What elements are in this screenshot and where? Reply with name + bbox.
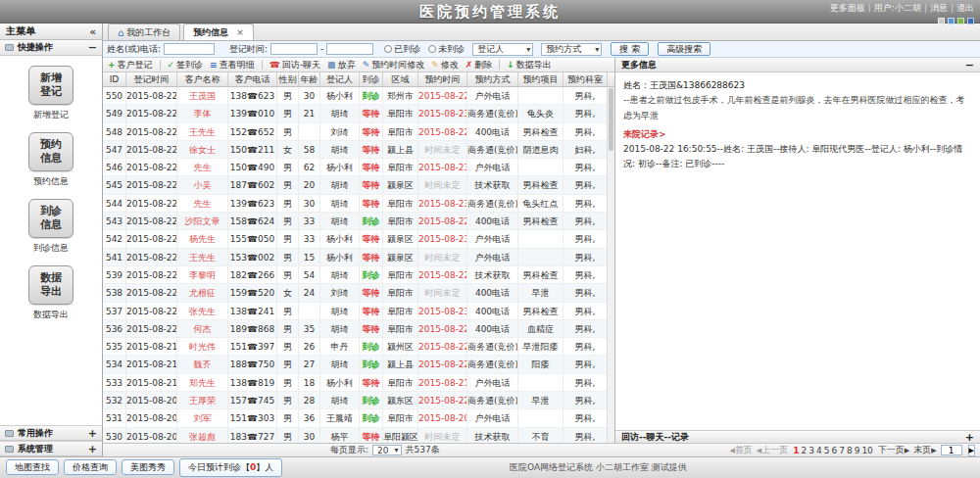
header-link-1[interactable]: 用户:小二胡	[874, 3, 921, 13]
table-row[interactable]: 5332015-08-21郑先生138☎819男18杨小利等待阜阳市2015-0…	[103, 374, 608, 392]
advanced-search-button[interactable]: 高级搜索	[658, 42, 710, 56]
header-link-2[interactable]: 消息	[930, 3, 948, 13]
toolbar-button-放弃[interactable]: ■放弃	[327, 59, 356, 72]
tab-1[interactable]: 预约信息×	[183, 24, 254, 40]
expand-plus-icon[interactable]: +	[88, 443, 97, 455]
quick-button-到诊信息[interactable]: 到诊信息	[28, 199, 74, 238]
tab-close-icon[interactable]: ×	[236, 25, 244, 40]
header-link-3[interactable]: 退出	[956, 3, 974, 13]
page-number-button-4[interactable]: 4	[815, 446, 823, 455]
table-row[interactable]: 5462015-08-22先生150☎490男62杨小利等待阜阳市2015-08…	[103, 159, 608, 176]
footer-button-美图秀秀[interactable]: 美图秀秀	[122, 459, 174, 475]
first-page-button[interactable]: ◀首页	[729, 444, 752, 456]
page-jump-input[interactable]	[941, 445, 962, 455]
column-header-到诊[interactable]: 到诊	[360, 72, 383, 86]
toolbar-button-删除[interactable]: ✗删除	[466, 59, 493, 72]
last-page-button[interactable]: 末页▶	[913, 444, 936, 456]
sidebar-section-常用操作[interactable]: 常用操作+	[0, 425, 102, 441]
theme-color-swatch-0[interactable]	[938, 18, 945, 24]
quick-button-数据导出[interactable]: 数据导出	[28, 265, 74, 305]
quick-button-预约信息[interactable]: 预约信息	[28, 132, 74, 171]
column-header-预约项目[interactable]: 预约项目	[518, 72, 564, 86]
footer-button-价格查询[interactable]: 价格查询	[64, 459, 117, 475]
column-header-预约时间[interactable]: 预约时间	[418, 72, 467, 86]
per-page-select[interactable]: 20 ▾	[372, 445, 401, 455]
table-row[interactable]: 5352015-08-21时光伟151☎397男26申丹到诊颍州区2015-08…	[103, 338, 608, 356]
page-number-button-10[interactable]: 10	[860, 446, 873, 455]
toolbar-button-客户登记[interactable]: +客户登记	[108, 59, 153, 72]
page-number-button-1[interactable]: 1	[792, 446, 800, 455]
table-row[interactable]: 5452015-08-22小吴187☎602男20胡琦等待颍泉区时间未定技术获取…	[103, 176, 608, 194]
header-link-0[interactable]: 更多面板	[830, 3, 865, 13]
method-select[interactable]: 预约方式 ▾	[541, 43, 602, 56]
column-header-登记人[interactable]: 登记人	[320, 72, 360, 86]
page-number-button-3[interactable]: 3	[808, 446, 815, 455]
cell-dept: 男科,	[564, 230, 608, 247]
table-row[interactable]: 5302015-08-20张超彪183☎727男30杨平等待阜阳颍区时间未定技术…	[103, 428, 608, 443]
theme-color-swatch-3[interactable]	[967, 18, 974, 24]
sidebar-section-quick-actions[interactable]: 快捷操作 −	[0, 40, 102, 56]
table-row[interactable]: 5342015-08-21魏齐188☎750男27胡琦到诊颍上县2015-08-…	[103, 356, 608, 373]
table-row[interactable]: 5442015-08-22先生139☎623男30胡琦等待阜阳市2015-08-…	[103, 195, 608, 213]
page-number-button-7[interactable]: 7	[838, 446, 846, 455]
sidebar-collapse-icon[interactable]: «	[90, 26, 96, 37]
quick-button-新增登记[interactable]: 新增登记	[28, 66, 74, 105]
toolbar-button-修改[interactable]: ✎修改	[431, 59, 459, 72]
table-row[interactable]: 5472015-08-22徐女士150☎211女58胡琦等待颍上县时间未定商务通…	[103, 141, 608, 159]
toolbar-label: 修改	[441, 59, 459, 72]
tab-0[interactable]: ⌂我的工作台	[108, 24, 180, 40]
next-page-button[interactable]: 下一页▶	[878, 444, 909, 456]
column-header-登记时间[interactable]: 登记时间	[126, 72, 177, 86]
callback-chat-record-bar[interactable]: 回访--聊天--记录 +	[615, 430, 980, 443]
table-row[interactable]: 5422015-08-22杨先生155☎050男33杨小利等待颍泉区2015-0…	[103, 230, 608, 248]
toolbar-button-预约时间修改[interactable]: ✎预约时间修改	[363, 59, 425, 72]
collapse-minus-icon[interactable]: −	[965, 59, 974, 72]
not-arrived-radio[interactable]	[428, 45, 436, 53]
name-filter-input[interactable]	[164, 43, 215, 55]
column-header-ID[interactable]: ID	[103, 72, 126, 86]
arrived-radio[interactable]	[384, 45, 392, 53]
toolbar-button-签到诊[interactable]: ✓签到诊	[168, 59, 204, 72]
sidebar: 主菜单 « 快捷操作 − 新增登记新增登记预约信息预约信息到诊信息到诊信息数据导…	[0, 24, 103, 456]
table-row[interactable]: 5502015-08-22王茂国138☎623男30杨小利到诊郑州市2015-0…	[103, 87, 608, 105]
toolbar-button-回访-聊天[interactable]: ☎回访-聊天	[270, 59, 320, 72]
column-header-客户名称[interactable]: 客户名称	[177, 72, 228, 86]
prev-page-button[interactable]: ◀上一页	[757, 444, 788, 456]
sidebar-section-系统管理[interactable]: 系统管理+	[0, 441, 102, 456]
scrollbar-thumb[interactable]	[609, 88, 613, 151]
date-to-input[interactable]	[326, 43, 373, 55]
theme-color-swatch-2[interactable]	[957, 18, 964, 24]
table-row[interactable]: 5372015-08-22张先生138☎241男胡琦等待阜阳市2015-08-2…	[103, 303, 608, 320]
page-jump-go-button[interactable]: ▶	[968, 445, 975, 456]
table-row[interactable]: 5322015-08-20王厚荣157☎745男28胡琦到诊颍东区2015-08…	[103, 392, 608, 409]
table-row[interactable]: 5392015-08-22李黎明182☎266男54胡琦到诊阜阳市2015-08…	[103, 266, 608, 284]
collapse-minus-icon[interactable]: −	[88, 41, 97, 54]
table-row[interactable]: 5432015-08-22沙阳文章158☎624男33胡琦到诊阜阳市2015-0…	[103, 213, 608, 230]
table-row[interactable]: 5382015-08-22尤根征159☎520女24刘琦等待阜阳市时间未定400…	[103, 284, 608, 302]
column-header-客户电话[interactable]: 客户电话	[228, 72, 277, 86]
vertical-scrollbar[interactable]	[607, 87, 614, 443]
theme-color-swatch-1[interactable]	[948, 18, 955, 24]
page-number-button-6[interactable]: 6	[830, 446, 838, 455]
toolbar-button-查看明细[interactable]: ≡查看明细	[210, 59, 255, 72]
footer-button-地图查找[interactable]: 地图查找	[6, 459, 59, 475]
expand-plus-icon[interactable]: +	[88, 427, 97, 440]
date-from-input[interactable]	[270, 43, 318, 55]
table-row[interactable]: 5362015-08-22何杰189☎868男35胡琦等待阜阳市2015-08-…	[103, 320, 608, 338]
today-arrivals-button[interactable]: 今日预计到诊【0】人	[179, 458, 282, 477]
cell-sex: 男	[277, 123, 299, 140]
column-header-区域[interactable]: 区域	[383, 72, 418, 86]
toolbar-button-数据导出[interactable]: ↓数据导出	[507, 59, 552, 72]
table-row[interactable]: 5412015-08-22王先生153☎002男15杨小利等待颍泉区时间未定户外…	[103, 249, 608, 266]
expand-plus-icon[interactable]: +	[965, 431, 974, 444]
column-header-性别[interactable]: 性别	[277, 72, 299, 86]
registrar-select[interactable]: 登记人 ▾	[472, 43, 533, 56]
column-header-预约方式[interactable]: 预约方式	[467, 72, 518, 86]
table-row[interactable]: 5312015-08-20刘军151☎303男36王晨靖到诊阜阳市2015-08…	[103, 409, 608, 427]
table-row[interactable]: 5492015-08-22李体139☎010男21胡琦等待阜阳市2015-08-…	[103, 105, 608, 122]
table-row[interactable]: 5482015-08-22王先生152☎652男刘琦等待阜阳市2015-08-2…	[103, 123, 608, 141]
page-number-button-8[interactable]: 8	[846, 446, 854, 455]
column-header-预约科室[interactable]: 预约科室	[564, 72, 608, 86]
column-header-年龄[interactable]: 年龄	[299, 72, 320, 86]
search-button[interactable]: 搜 索	[611, 42, 649, 56]
